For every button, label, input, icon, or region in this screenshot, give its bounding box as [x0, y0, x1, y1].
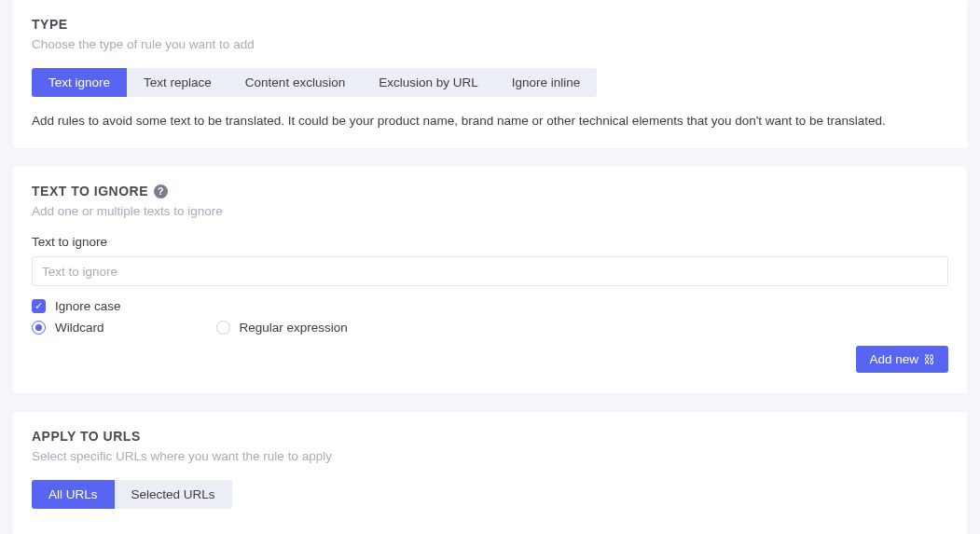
- help-icon[interactable]: ?: [154, 185, 168, 199]
- apply-urls-title: APPLY TO URLS: [32, 429, 948, 444]
- mode-radio-group: Wildcard Regular expression: [32, 321, 948, 342]
- tab-exclusion-by-url[interactable]: Exclusion by URL: [362, 68, 495, 97]
- ignore-case-row[interactable]: ✓ Ignore case: [32, 299, 948, 313]
- mode-regex-label: Regular expression: [240, 321, 348, 335]
- text-to-ignore-input[interactable]: [32, 256, 948, 286]
- type-title: TYPE: [32, 17, 948, 32]
- mode-regex-row[interactable]: Regular expression: [216, 321, 348, 335]
- text-to-ignore-field-label: Text to ignore: [32, 235, 948, 249]
- tab-content-exclusion[interactable]: Content exclusion: [228, 68, 362, 97]
- apply-urls-subtitle: Select specific URLs where you want the …: [32, 449, 948, 463]
- add-button-row: Add new ⛓: [32, 346, 948, 373]
- mode-wildcard-label: Wildcard: [55, 321, 104, 335]
- text-to-ignore-title-text: TEXT TO IGNORE: [32, 184, 148, 199]
- type-tabbar: Text ignore Text replace Content exclusi…: [32, 68, 597, 97]
- tab-text-replace[interactable]: Text replace: [127, 68, 228, 97]
- link-icon: ⛓: [924, 353, 935, 366]
- mode-regex-radio[interactable]: [216, 321, 230, 335]
- apply-urls-tabbar: All URLs Selected URLs: [32, 480, 232, 509]
- type-description: Add rules to avoid some text to be trans…: [32, 114, 948, 128]
- mode-wildcard-radio[interactable]: [32, 321, 46, 335]
- text-to-ignore-subtitle: Add one or multiple texts to ignore: [32, 204, 948, 218]
- ignore-case-label: Ignore case: [55, 299, 121, 313]
- tab-text-ignore[interactable]: Text ignore: [32, 68, 127, 97]
- tab-ignore-inline[interactable]: Ignore inline: [495, 68, 598, 97]
- tab-all-urls[interactable]: All URLs: [32, 480, 115, 509]
- add-new-label: Add new: [869, 352, 918, 366]
- type-subtitle: Choose the type of rule you want to add: [32, 37, 948, 51]
- tab-selected-urls[interactable]: Selected URLs: [115, 480, 232, 509]
- text-to-ignore-title: TEXT TO IGNORE ?: [32, 184, 948, 199]
- add-new-button[interactable]: Add new ⛓: [856, 346, 948, 373]
- type-card: TYPE Choose the type of rule you want to…: [13, 0, 967, 148]
- ignore-case-checkbox[interactable]: ✓: [32, 299, 46, 313]
- text-to-ignore-card: TEXT TO IGNORE ? Add one or multiple tex…: [13, 167, 967, 393]
- apply-urls-card: APPLY TO URLS Select specific URLs where…: [13, 412, 967, 534]
- mode-wildcard-row[interactable]: Wildcard: [32, 321, 104, 335]
